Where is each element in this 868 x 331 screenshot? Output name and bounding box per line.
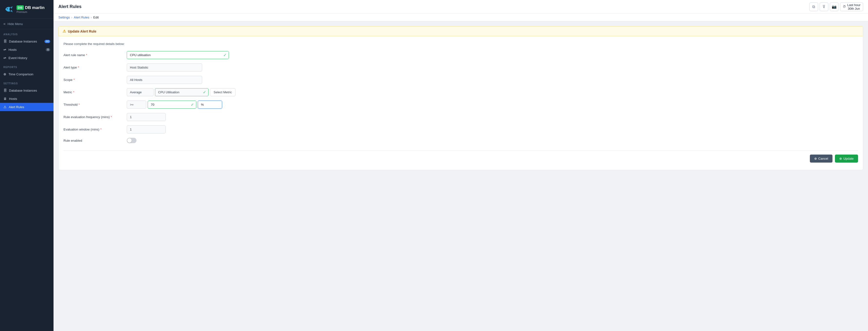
breadcrumb-edit: Edit xyxy=(93,15,98,19)
sidebar-item-alert-rules[interactable]: ⚠ Alert Rules xyxy=(0,103,54,111)
breadcrumb-sep-1: › xyxy=(71,15,72,19)
threshold-value-input[interactable] xyxy=(148,101,196,109)
filter-button[interactable]: ⊽ xyxy=(819,2,828,11)
sidebar-item-settings-database-instances[interactable]: 🗄 Database Instances xyxy=(0,86,54,95)
threshold-group: ✓ xyxy=(127,101,222,109)
breadcrumb-sep-2: › xyxy=(91,15,92,19)
update-icon: ⊕ xyxy=(839,157,842,160)
cancel-label: Cancel xyxy=(818,157,828,160)
page-content: ⚠ Update Alert Rule Please complete the … xyxy=(54,22,868,331)
warning-icon: ⚠ xyxy=(63,29,66,34)
sidebar-item-label: Hosts xyxy=(9,97,17,101)
clock-icon: ⏱ xyxy=(843,5,846,8)
svg-point-1 xyxy=(7,8,8,9)
sidebar-item-event-history[interactable]: ⇌ Event History xyxy=(0,54,54,62)
scope-input[interactable] xyxy=(127,76,202,84)
sidebar-item-settings-hosts[interactable]: 🖥 Hosts xyxy=(0,95,54,103)
metric-row: Metric * ✓ Select Metric xyxy=(63,88,858,96)
alert-type-input[interactable] xyxy=(127,63,202,71)
threshold-row: Threshold * ✓ xyxy=(63,101,858,109)
sidebar-item-label: Time Comparison xyxy=(8,72,33,76)
alert-type-label: Alert type * xyxy=(63,66,127,69)
time-range-label: Last hour30th Jun xyxy=(847,3,861,10)
topbar-actions: ⧉ ⊽ 📷 ⏱ Last hour30th Jun xyxy=(809,2,863,11)
logo-db-badge: DB xyxy=(17,5,24,10)
filter-icon: ⊽ xyxy=(823,4,826,9)
toggle-thumb xyxy=(127,138,132,143)
rule-eval-frequency-input[interactable] xyxy=(127,113,166,121)
required-marker: * xyxy=(78,66,79,69)
rule-enabled-row: Rule enabled xyxy=(63,138,858,143)
evaluation-window-label: Evaluation window (mins) * xyxy=(63,128,127,131)
sidebar-item-time-comparison[interactable]: ⊕ Time Comparison xyxy=(0,70,54,78)
form-section-header: ⚠ Update Alert Rule xyxy=(58,26,863,36)
rule-enabled-toggle[interactable] xyxy=(127,138,136,143)
required-marker: * xyxy=(100,128,101,131)
metric-check-icon: ✓ xyxy=(203,90,206,95)
db-icon: 🗄 xyxy=(3,39,7,43)
camera-icon: 📷 xyxy=(832,4,837,9)
alert-rule-name-input[interactable] xyxy=(127,51,229,59)
evaluation-window-input[interactable] xyxy=(127,125,166,133)
sidebar-item-label: Hosts xyxy=(8,48,17,52)
sidebar-item-label: Database Instances xyxy=(9,40,37,43)
fish-logo xyxy=(3,4,14,14)
camera-button[interactable]: 📷 xyxy=(830,2,839,11)
update-label: Update xyxy=(843,157,854,160)
required-marker: * xyxy=(111,115,112,119)
form-footer: ⊕ Cancel ⊕ Update xyxy=(63,151,858,163)
hosts-badge: 8 xyxy=(46,48,50,51)
copy-button[interactable]: ⧉ xyxy=(809,2,818,11)
alert-rule-name-input-wrapper: ✓ xyxy=(127,51,229,59)
form-container: Please complete the required details bel… xyxy=(58,36,863,170)
database-instances-badge: 44 xyxy=(44,40,50,43)
host-icon: 🖥 xyxy=(3,97,7,101)
valid-check-icon: ✓ xyxy=(223,53,226,57)
main-content: Alert Rules ⧉ ⊽ 📷 ⏱ Last hour30th Jun Se… xyxy=(54,0,868,331)
required-marker: * xyxy=(86,53,87,57)
metric-group: ✓ Select Metric xyxy=(127,88,236,96)
threshold-unit-input[interactable] xyxy=(198,101,222,109)
sidebar-item-database-instances[interactable]: 🗄 Database Instances 44 xyxy=(0,37,54,45)
sidebar: DB DB marlin Premium « Hide Menu ANALYSI… xyxy=(0,0,54,331)
update-button[interactable]: ⊕ Update xyxy=(835,155,858,163)
breadcrumb: Settings › Alert Rules › Edit xyxy=(54,13,868,22)
reports-section-title: REPORTS xyxy=(0,62,54,70)
sidebar-item-label: Alert Rules xyxy=(9,105,24,109)
threshold-label: Threshold * xyxy=(63,103,127,106)
sidebar-item-label: Event History xyxy=(8,56,27,60)
event-icon: ⇌ xyxy=(3,56,6,60)
breadcrumb-alert-rules[interactable]: Alert Rules xyxy=(74,15,89,19)
logo-text: DB marlin xyxy=(25,5,44,10)
alert-rule-name-row: Alert rule name * ✓ xyxy=(63,51,858,59)
cancel-icon: ⊕ xyxy=(814,157,817,160)
logo-premium: Premium xyxy=(17,10,44,13)
metric-aggregation-input[interactable] xyxy=(127,88,154,96)
threshold-check-icon: ✓ xyxy=(191,102,194,107)
required-marker: * xyxy=(73,90,74,94)
time-range-button[interactable]: ⏱ Last hour30th Jun xyxy=(840,2,863,11)
copy-icon: ⧉ xyxy=(812,5,815,9)
page-title: Alert Rules xyxy=(58,4,82,9)
alert-icon: ⚠ xyxy=(3,105,6,109)
logo-area: DB DB marlin Premium xyxy=(0,0,54,19)
hide-menu-button[interactable]: « Hide Menu xyxy=(0,19,54,29)
cancel-button[interactable]: ⊕ Cancel xyxy=(810,155,833,163)
db-icon: 🗄 xyxy=(3,89,7,92)
alert-rule-name-label: Alert rule name * xyxy=(63,53,127,57)
clock-icon: ⊕ xyxy=(3,72,6,76)
sidebar-item-label: Database Instances xyxy=(9,89,37,92)
metric-name-input[interactable] xyxy=(155,88,209,96)
scope-row: Scope * xyxy=(63,76,858,84)
required-marker: * xyxy=(79,103,80,106)
sidebar-item-hosts[interactable]: ⇌ Hosts 8 xyxy=(0,45,54,54)
form-subtitle: Please complete the required details bel… xyxy=(63,42,858,46)
breadcrumb-settings[interactable]: Settings xyxy=(58,15,70,19)
threshold-operator-input[interactable] xyxy=(127,101,146,109)
required-marker: * xyxy=(73,78,75,82)
rule-enabled-label: Rule enabled xyxy=(63,139,127,142)
threshold-value-wrapper: ✓ xyxy=(148,101,196,109)
chevron-left-icon: « xyxy=(3,22,6,26)
select-metric-button[interactable]: Select Metric xyxy=(210,88,236,96)
scope-label: Scope * xyxy=(63,78,127,82)
